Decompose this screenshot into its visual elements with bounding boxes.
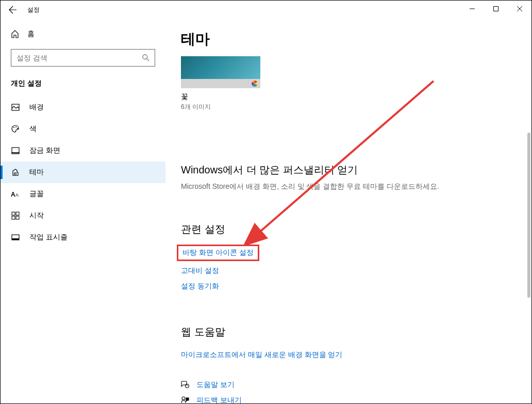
font-icon: AA [11, 190, 20, 198]
svg-rect-6 [12, 148, 19, 153]
sidebar-item-font[interactable]: AA 글꼴 [1, 183, 165, 205]
search-box[interactable] [11, 49, 155, 67]
link-sync-settings[interactable]: 설정 동기화 [181, 279, 516, 294]
minimize-button[interactable] [460, 1, 484, 17]
svg-rect-15 [12, 238, 19, 240]
sidebar-item-theme[interactable]: 테마 [1, 161, 165, 183]
close-button[interactable] [508, 1, 531, 17]
main-container: 홈 개인 설정 배경 색 잠금 화면 테마 AA 글꼴 [1, 19, 531, 403]
lockscreen-icon [11, 147, 20, 155]
svg-line-21 [258, 81, 434, 233]
sidebar-item-label: 배경 [29, 103, 44, 112]
sidebar-item-lockscreen[interactable]: 잠금 화면 [1, 140, 165, 161]
maximize-icon [493, 6, 498, 11]
store-heading: Windows에서 더 많은 퍼스낼리티 얻기 [181, 163, 516, 177]
taskbar-icon [11, 233, 20, 241]
sidebar-item-start[interactable]: 시작 [1, 205, 165, 227]
link-high-contrast[interactable]: 고대비 설정 [181, 263, 516, 279]
search-icon [142, 54, 149, 61]
feedback-icon [181, 396, 189, 403]
home-icon [11, 30, 19, 38]
svg-text:A: A [11, 191, 15, 198]
sidebar: 홈 개인 설정 배경 색 잠금 화면 테마 AA 글꼴 [1, 19, 165, 403]
page-title: 테마 [181, 29, 516, 49]
home-label: 홈 [27, 29, 35, 39]
feedback-link-label: 피드백 보내기 [196, 396, 242, 403]
sidebar-item-label: 잠금 화면 [29, 146, 60, 155]
annotation-arrow [243, 76, 439, 246]
sidebar-item-label: 테마 [29, 168, 44, 177]
help-link-label: 도움말 보기 [196, 380, 235, 390]
back-arrow-icon [9, 6, 17, 14]
theme-icon [11, 168, 20, 176]
highlight-annotation-box: 바탕 화면 아이콘 설정 [177, 245, 259, 261]
link-web-help[interactable]: 마이크로소프트에서 매일 새로운 배경 화면을 얻기 [181, 347, 516, 363]
help-link[interactable]: ? 도움말 보기 [181, 377, 516, 393]
svg-text:?: ? [187, 384, 188, 387]
home-item[interactable]: 홈 [1, 24, 165, 44]
svg-point-3 [13, 127, 14, 128]
svg-rect-13 [16, 216, 19, 219]
category-header: 개인 설정 [1, 76, 165, 96]
svg-point-4 [15, 126, 16, 127]
search-input[interactable] [16, 54, 142, 62]
start-icon [11, 212, 20, 220]
maximize-button[interactable] [484, 1, 508, 17]
store-description: Microsoft Store에서 배경 화면, 소리 및 색을 결합한 무료 … [181, 182, 516, 191]
minimize-icon [470, 6, 475, 11]
theme-name: 꽃 [181, 92, 260, 102]
sidebar-item-label: 시작 [29, 211, 44, 220]
sidebar-item-label: 작업 표시줄 [29, 233, 68, 242]
svg-point-19 [182, 397, 185, 400]
sidebar-item-background[interactable]: 배경 [1, 96, 165, 118]
back-button[interactable] [1, 1, 25, 19]
theme-preview[interactable]: 꽃 6개 이미지 [181, 56, 260, 111]
color-icon [11, 125, 20, 133]
color-wheel-icon [251, 80, 258, 87]
sidebar-item-color[interactable]: 색 [1, 118, 165, 140]
window-title: 설정 [27, 6, 40, 14]
close-icon [517, 6, 522, 11]
feedback-link[interactable]: 피드백 보내기 [181, 393, 516, 403]
svg-point-5 [17, 128, 18, 129]
titlebar: 설정 [1, 1, 531, 19]
theme-image-count: 6개 이미지 [181, 103, 260, 111]
svg-rect-7 [12, 153, 19, 154]
svg-rect-0 [494, 7, 498, 11]
content-area: 테마 꽃 6개 이미지 Windows에서 더 많은 퍼스낼리티 얻기 Micr… [165, 19, 531, 403]
theme-preview-bar [181, 79, 260, 88]
web-help-heading: 웹 도움말 [181, 325, 516, 339]
svg-rect-11 [16, 212, 19, 215]
link-desktop-icon-settings[interactable]: 바탕 화면 아이콘 설정 [182, 248, 254, 257]
help-chat-icon: ? [181, 381, 189, 389]
background-icon [11, 103, 20, 111]
theme-preview-image [181, 56, 260, 79]
svg-rect-12 [12, 216, 15, 219]
svg-point-1 [143, 55, 147, 59]
svg-rect-10 [12, 212, 15, 215]
sidebar-item-label: 색 [29, 124, 37, 134]
related-settings-heading: 관련 설정 [181, 222, 516, 236]
svg-text:A: A [15, 192, 19, 198]
scrollbar-thumb[interactable] [527, 133, 530, 298]
sidebar-item-label: 글꼴 [29, 189, 44, 199]
sidebar-item-taskbar[interactable]: 작업 표시줄 [1, 227, 165, 248]
window-controls [460, 1, 531, 17]
